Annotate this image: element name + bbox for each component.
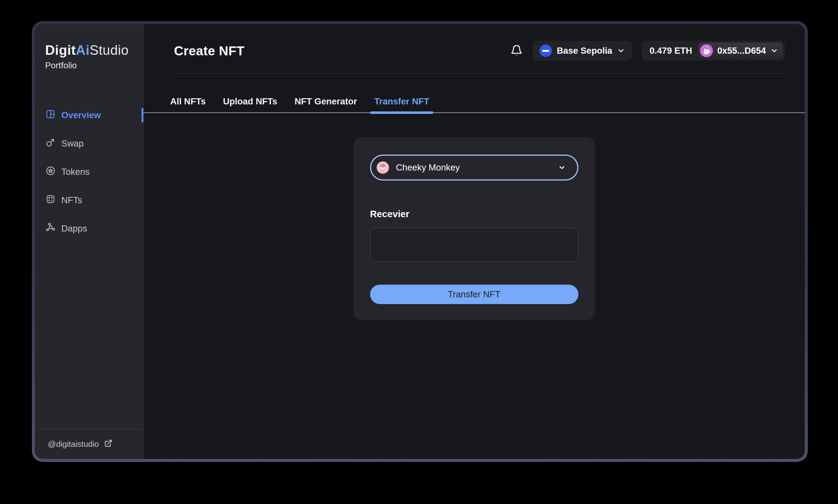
dapps-icon xyxy=(46,222,55,234)
main-content: Create NFT Base Sepolia 0.479 ETH xyxy=(143,24,805,459)
unicorn-avatar xyxy=(700,44,713,57)
sidebar-item-nfts[interactable]: NFTs xyxy=(35,194,143,207)
app-window: DigitAiStudio Portfolio Overview Swap xyxy=(35,24,805,459)
top-bar: Create NFT Base Sepolia 0.479 ETH xyxy=(174,41,785,61)
eth-balance: 0.479 ETH xyxy=(649,46,692,56)
external-link-icon xyxy=(104,439,113,449)
overview-layout-icon xyxy=(46,109,55,121)
chevron-down-icon xyxy=(558,163,566,172)
swap-icon xyxy=(46,138,55,149)
app-window-frame: DigitAiStudio Portfolio Overview Swap xyxy=(32,21,808,462)
transfer-nft-card: Cheeky Monkey Recevier Transfer NFT xyxy=(353,137,595,320)
selected-nft-name: Cheeky Monkey xyxy=(396,162,460,173)
tabs-divider xyxy=(143,112,805,113)
header-divider xyxy=(174,73,785,74)
logo-part-ai: Ai xyxy=(76,43,90,58)
wallet-address: 0x55...D654 xyxy=(717,46,766,56)
network-name: Base Sepolia xyxy=(557,46,612,56)
sidebar-item-label: Tokens xyxy=(61,167,90,177)
tab-transfer-nft[interactable]: Transfer NFT xyxy=(374,96,429,113)
wallet-widget: 0.479 ETH 0x55...D654 xyxy=(642,41,785,61)
top-bar-controls: Base Sepolia 0.479 ETH 0x55...D654 xyxy=(510,41,785,61)
receiver-address-input[interactable] xyxy=(370,228,578,262)
nft-select-dropdown[interactable]: Cheeky Monkey xyxy=(370,155,578,180)
sidebar-item-label: Dapps xyxy=(61,223,87,234)
network-selector[interactable]: Base Sepolia xyxy=(532,41,632,61)
logo-part-studio: Studio xyxy=(90,43,129,58)
sidebar-item-swap[interactable]: Swap xyxy=(35,137,143,150)
sidebar-item-tokens[interactable]: Tokens xyxy=(35,165,143,179)
sidebar-item-dapps[interactable]: Dapps xyxy=(35,222,143,235)
monkey-avatar xyxy=(377,161,389,174)
app-logo: DigitAiStudio Portfolio xyxy=(45,43,143,70)
sidebar-item-label: NFTs xyxy=(61,195,82,205)
chevron-down-icon xyxy=(617,47,625,55)
sidebar-footer-link[interactable]: @digitaistudio xyxy=(35,429,143,459)
tab-nft-generator[interactable]: NFT Generator xyxy=(294,96,357,113)
tab-all-nfts[interactable]: All NFTs xyxy=(170,96,206,113)
base-network-icon xyxy=(540,44,552,57)
tab-upload-nfts[interactable]: Upload NFTs xyxy=(223,96,277,113)
nfts-icon xyxy=(46,194,55,206)
notification-bell-icon[interactable] xyxy=(510,44,523,57)
chevron-down-icon xyxy=(770,47,778,55)
transfer-nft-button[interactable]: Transfer NFT xyxy=(370,285,578,304)
receiver-label: Recevier xyxy=(370,209,578,219)
sidebar-item-label: Overview xyxy=(61,110,101,120)
tokens-icon xyxy=(46,166,55,178)
logo-part-digit: Digit xyxy=(45,43,76,58)
account-menu[interactable]: 0x55...D654 xyxy=(698,43,783,59)
sidebar-item-label: Swap xyxy=(61,139,84,149)
active-indicator xyxy=(141,108,143,123)
social-handle: @digitaistudio xyxy=(48,439,99,449)
sidebar: DigitAiStudio Portfolio Overview Swap xyxy=(35,24,143,459)
page-title: Create NFT xyxy=(174,43,244,58)
sidebar-item-overview[interactable]: Overview xyxy=(35,108,143,122)
tab-bar: All NFTs Upload NFTs NFT Generator Trans… xyxy=(143,96,805,113)
logo-subtitle: Portfolio xyxy=(45,60,143,70)
sidebar-nav: Overview Swap Tokens NFTs xyxy=(35,108,143,235)
